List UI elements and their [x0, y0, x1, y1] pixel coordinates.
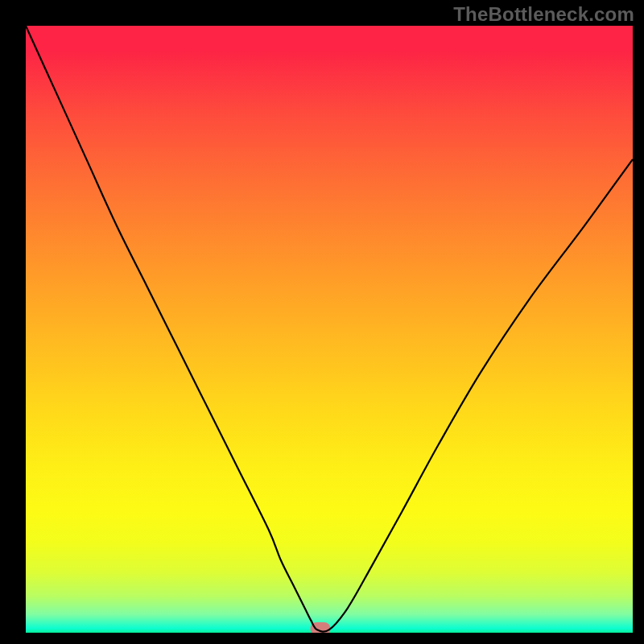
plot-area	[26, 26, 633, 633]
minimum-marker	[310, 622, 330, 633]
background-gradient	[26, 26, 633, 633]
chart-frame: TheBottleneck.com	[0, 0, 644, 644]
watermark-label: TheBottleneck.com	[453, 3, 634, 26]
